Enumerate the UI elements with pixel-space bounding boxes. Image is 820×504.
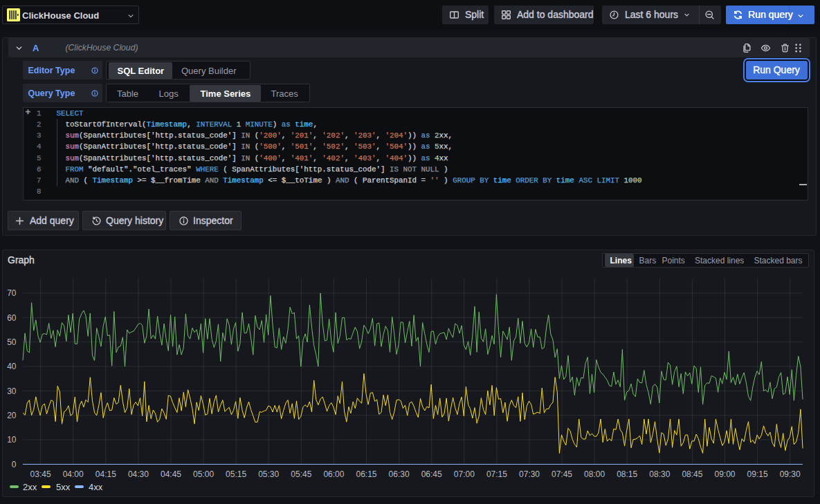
svg-text:09:30: 09:30: [780, 469, 801, 479]
svg-text:09:00: 09:00: [714, 469, 735, 479]
svg-text:04:30: 04:30: [128, 469, 149, 479]
svg-text:09:15: 09:15: [747, 469, 768, 479]
svg-text:70: 70: [7, 288, 17, 298]
svg-text:06:15: 06:15: [356, 469, 376, 479]
svg-text:05:00: 05:00: [193, 469, 214, 479]
svg-text:10: 10: [7, 435, 17, 445]
svg-text:30: 30: [7, 386, 17, 396]
svg-text:05:15: 05:15: [226, 469, 246, 479]
svg-text:06:45: 06:45: [421, 469, 442, 479]
svg-text:08:45: 08:45: [682, 469, 702, 479]
svg-text:20: 20: [7, 411, 17, 420]
svg-text:04:15: 04:15: [95, 469, 116, 479]
svg-text:06:00: 06:00: [323, 469, 344, 479]
svg-text:03:45: 03:45: [30, 469, 51, 479]
svg-text:06:30: 06:30: [389, 469, 410, 479]
svg-text:05:30: 05:30: [258, 469, 279, 479]
svg-text:50: 50: [7, 337, 17, 347]
svg-text:40: 40: [7, 362, 17, 371]
svg-text:04:00: 04:00: [63, 469, 84, 479]
svg-text:05:45: 05:45: [291, 469, 311, 479]
svg-text:08:00: 08:00: [584, 469, 605, 479]
svg-text:07:15: 07:15: [486, 469, 507, 479]
svg-text:08:15: 08:15: [617, 469, 637, 479]
svg-text:07:45: 07:45: [552, 469, 572, 479]
svg-text:07:30: 07:30: [519, 469, 540, 479]
svg-text:0: 0: [12, 460, 17, 469]
svg-text:08:30: 08:30: [649, 469, 670, 479]
svg-text:04:45: 04:45: [161, 469, 181, 479]
svg-text:60: 60: [7, 313, 17, 323]
svg-text:07:00: 07:00: [454, 469, 475, 479]
